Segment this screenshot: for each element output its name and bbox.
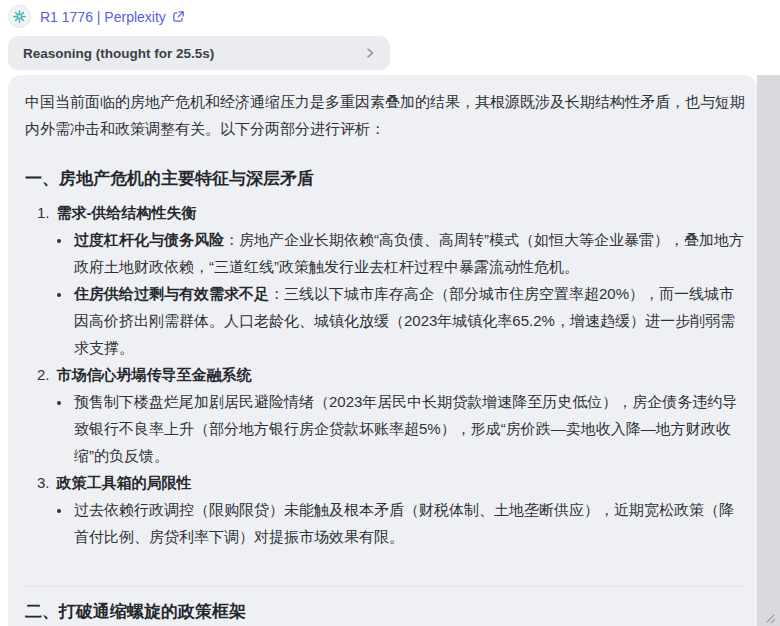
section-divider [25,586,745,587]
bullet-list: 过去依赖行政调控（限购限贷）未能触及根本矛盾（财税体制、土地垄断供应），近期宽松… [25,496,745,550]
bullet-lead: 过度杠杆化与债务风险 [74,231,224,248]
bullet-item: 预售制下楼盘烂尾加剧居民避险情绪（2023年居民中长期贷款增速降至历史低位），房… [72,388,745,469]
model-avatar [8,5,31,28]
item-number: 2. [37,366,50,383]
chevron-right-icon [363,46,377,60]
section1-heading: 一、房地产危机的主要特征与深层矛盾 [25,167,745,191]
model-link[interactable]: R1 1776 | Perplexity [40,9,185,25]
external-link-icon [172,10,185,23]
chat-page: R1 1776 | Perplexity Reasoning (thought … [0,0,780,626]
item-title: 政策工具箱的局限性 [57,474,192,491]
item-title: 市场信心坍塌传导至金融系统 [57,366,252,383]
bullet-list: 过度杠杆化与债务风险：房地产企业长期依赖“高负债、高周转”模式（如恒大等企业暴雷… [25,226,745,361]
reasoning-label: Reasoning (thought for 25.5s) [23,46,214,61]
answer-card: 中国当前面临的房地产危机和经济通缩压力是多重因素叠加的结果，其根源既涉及长期结构… [8,75,757,626]
section2-heading: 二、打破通缩螺旋的政策框架 [25,600,745,624]
starburst-icon [13,10,26,23]
item-number: 1. [37,204,50,221]
bullet-text: 预售制下楼盘烂尾加剧居民避险情绪（2023年居民中长期贷款增速降至历史低位），房… [74,393,737,464]
list-item-3: 3.政策工具箱的局限性 过去依赖行政调控（限购限贷）未能触及根本矛盾（财税体制、… [25,469,745,550]
item-number: 3. [37,474,50,491]
ordered-list: 1.需求-供给结构性失衡 过度杠杆化与债务风险：房地产企业长期依赖“高负债、高周… [25,199,745,550]
bullet-text: 过去依赖行政调控（限购限贷）未能触及根本矛盾（财税体制、土地垄断供应），近期宽松… [74,501,734,545]
scrollbar-track[interactable] [757,75,780,626]
list-item-2: 2.市场信心坍塌传导至金融系统 预售制下楼盘烂尾加剧居民避险情绪（2023年居民… [25,361,745,469]
model-name: R1 1776 | Perplexity [40,9,166,25]
item-title: 需求-供给结构性失衡 [57,204,197,221]
resize-grip-icon [763,612,777,624]
bullet-item: 住房供给过剩与有效需求不足：三线以下城市库存高企（部分城市住房空置率超20%），… [72,280,745,361]
bullet-list: 预售制下楼盘烂尾加剧居民避险情绪（2023年居民中长期贷款增速降至历史低位），房… [25,388,745,469]
model-header: R1 1776 | Perplexity [8,5,185,28]
intro-paragraph: 中国当前面临的房地产危机和经济通缩压力是多重因素叠加的结果，其根源既涉及长期结构… [25,88,745,142]
reasoning-toggle[interactable]: Reasoning (thought for 25.5s) [8,36,390,70]
list-item-1: 1.需求-供给结构性失衡 过度杠杆化与债务风险：房地产企业长期依赖“高负债、高周… [25,199,745,361]
bullet-lead: 住房供给过剩与有效需求不足 [74,285,269,302]
bullet-item: 过去依赖行政调控（限购限贷）未能触及根本矛盾（财税体制、土地垄断供应），近期宽松… [72,496,745,550]
bullet-item: 过度杠杆化与债务风险：房地产企业长期依赖“高负债、高周转”模式（如恒大等企业暴雷… [72,226,745,280]
